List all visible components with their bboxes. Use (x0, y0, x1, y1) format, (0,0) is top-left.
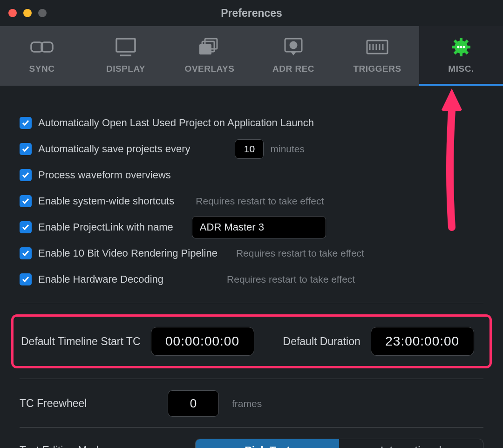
tab-sync[interactable]: SYNC (0, 26, 84, 86)
option-label: Enable Hardware Decoding (38, 273, 163, 285)
tab-label: SYNC (29, 64, 55, 74)
option-label: Process waveform overviews (38, 169, 171, 181)
option-hardware-decoding: Enable Hardware Decoding Requires restar… (20, 266, 483, 292)
svg-point-26 (463, 46, 465, 48)
unit-label: frames (232, 398, 262, 409)
default-start-tc-input[interactable] (151, 327, 254, 356)
svg-rect-19 (452, 46, 455, 48)
option-projectlink: Enable ProjectLink with name (20, 214, 483, 240)
svg-rect-17 (460, 53, 462, 56)
default-duration-label: Default Duration (283, 335, 360, 348)
divider (20, 427, 483, 428)
tab-label: TRIGGERS (353, 64, 401, 74)
stack-icon (197, 38, 222, 58)
tab-label: ADR REC (272, 64, 314, 74)
svg-rect-2 (116, 39, 135, 52)
tc-freewheel-row: TC Freewheel frames (20, 390, 483, 417)
checkbox-process-waveform[interactable] (20, 169, 32, 181)
record-bubble-icon (281, 38, 306, 58)
checkbox-projectlink[interactable] (20, 221, 32, 233)
tab-label: OVERLAYS (185, 64, 235, 74)
close-window-button[interactable] (8, 9, 17, 17)
svg-point-24 (457, 46, 460, 48)
tab-display[interactable]: DISPLAY (84, 26, 168, 86)
checkbox-10bit-video[interactable] (20, 247, 32, 259)
tc-freewheel-input[interactable] (168, 390, 219, 417)
segment-rich-text[interactable]: Rich Text (196, 439, 340, 448)
option-10bit-video: Enable 10 Bit Video Rendering Pipeline R… (20, 240, 483, 266)
option-label: Automatically Open Last Used Project on … (38, 117, 314, 129)
auto-save-minutes-input[interactable] (235, 139, 264, 159)
monitor-icon (114, 38, 138, 58)
default-tc-row: Default Timeline Start TC Default Durati… (21, 327, 482, 356)
svg-point-8 (290, 42, 297, 48)
svg-rect-18 (467, 46, 470, 48)
tab-misc[interactable]: MISC. (419, 26, 503, 86)
midi-icon (365, 38, 389, 58)
traffic-lights (8, 9, 47, 17)
default-duration-input[interactable] (371, 327, 474, 356)
svg-rect-6 (199, 44, 211, 54)
tab-triggers[interactable]: TRIGGERS (335, 26, 419, 86)
text-editing-mode-segmented: Rich Text International (195, 439, 483, 448)
tab-label: MISC. (448, 64, 474, 74)
divider (20, 379, 483, 379)
maximize-window-button[interactable] (38, 9, 47, 17)
projectlink-name-input[interactable] (192, 216, 326, 238)
option-process-waveform: Process waveform overviews (20, 162, 483, 188)
default-start-tc-label: Default Timeline Start TC (21, 335, 141, 348)
divider (20, 303, 483, 303)
restart-hint: Requires restart to take effect (227, 274, 355, 285)
tab-adr-rec[interactable]: ADR REC (252, 26, 335, 86)
text-editing-row: Text Editing Mode Rich Text Internationa… (20, 439, 483, 448)
restart-hint: Requires restart to take effect (236, 248, 364, 259)
text-editing-label: Text Editing Mode (20, 444, 182, 448)
sync-icon (30, 38, 54, 58)
checkbox-hardware-decoding[interactable] (20, 273, 32, 285)
svg-rect-16 (460, 38, 462, 41)
tc-freewheel-label: TC Freewheel (20, 397, 155, 410)
tab-overlays[interactable]: OVERLAYS (168, 26, 252, 86)
option-system-shortcuts: Enable system-wide shortcuts Requires re… (20, 188, 483, 214)
option-auto-open-last: Automatically Open Last Used Project on … (20, 110, 483, 136)
preferences-tabbar: SYNC DISPLAY OVERLAYS ADR REC TRIGGERS M… (0, 26, 503, 86)
svg-point-25 (460, 46, 462, 48)
checkbox-auto-open-last[interactable] (20, 117, 32, 129)
restart-hint: Requires restart to take effect (196, 196, 324, 207)
segment-international[interactable]: International (339, 439, 483, 448)
checkbox-auto-save[interactable] (20, 143, 32, 155)
minimize-window-button[interactable] (23, 9, 32, 17)
gear-icon (449, 38, 473, 58)
option-label: Enable 10 Bit Video Rendering Pipeline (38, 247, 218, 259)
misc-pane: Automatically Open Last Used Project on … (0, 86, 503, 448)
titlebar: Preferences (0, 0, 503, 26)
tab-label: DISPLAY (106, 64, 145, 74)
unit-label: minutes (270, 143, 305, 155)
annotation-highlight-box: Default Timeline Start TC Default Durati… (11, 314, 492, 368)
option-auto-save: Automatically save projects every minute… (20, 136, 483, 162)
option-label: Enable system-wide shortcuts (38, 195, 174, 207)
option-label: Enable ProjectLink with name (38, 221, 173, 233)
checkbox-system-shortcuts[interactable] (20, 195, 32, 207)
option-label: Automatically save projects every (38, 143, 190, 155)
window-title: Preferences (0, 7, 503, 20)
